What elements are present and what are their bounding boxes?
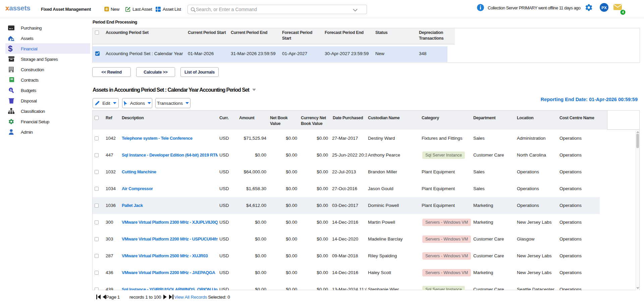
svg-text:4: 4: [622, 10, 624, 14]
svg-text:PX: PX: [601, 6, 607, 10]
